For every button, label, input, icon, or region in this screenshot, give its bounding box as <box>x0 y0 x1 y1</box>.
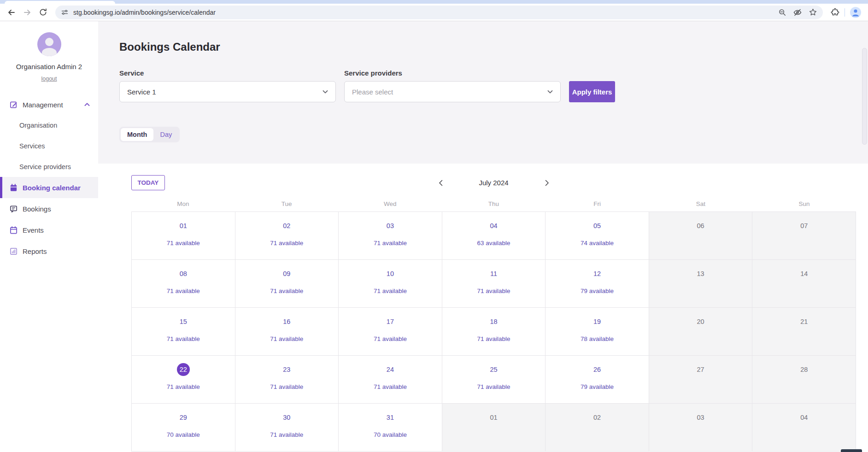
url-text[interactable]: stg.bookingsg.io/admin/bookings/service/… <box>73 9 778 16</box>
day-cell[interactable]: 0463 available <box>442 212 545 259</box>
eye-hidden-icon[interactable] <box>793 8 802 17</box>
bookmark-star-icon[interactable] <box>809 8 817 17</box>
availability-link[interactable]: 71 available <box>132 240 235 247</box>
day-cell[interactable]: 2371 available <box>235 356 339 403</box>
availability-link[interactable]: 71 available <box>132 383 235 390</box>
site-settings-icon[interactable] <box>61 8 69 16</box>
day-cell[interactable]: 04 <box>752 404 856 451</box>
availability-link[interactable]: 71 available <box>442 383 545 390</box>
sidebar-item-management[interactable]: Management <box>0 94 98 115</box>
day-cell[interactable]: 1978 available <box>545 308 649 355</box>
service-providers-select[interactable]: Please select <box>344 81 561 102</box>
today-button[interactable]: TODAY <box>131 175 165 190</box>
day-cell[interactable]: 1571 available <box>132 308 235 355</box>
user-avatar <box>37 32 61 56</box>
day-cell[interactable]: 14 <box>752 260 856 307</box>
day-number: 06 <box>694 219 707 232</box>
address-bar[interactable]: stg.bookingsg.io/admin/bookings/service/… <box>55 6 823 19</box>
availability-link[interactable]: 79 available <box>545 383 649 390</box>
profile-avatar-icon[interactable] <box>850 6 862 18</box>
day-cell[interactable]: 1071 available <box>339 260 442 307</box>
availability-link[interactable]: 78 available <box>545 335 649 342</box>
day-cell[interactable]: 27 <box>649 356 752 403</box>
bar-chart-icon <box>9 247 18 256</box>
forward-button[interactable] <box>20 6 34 19</box>
day-cell[interactable]: 07 <box>752 212 856 259</box>
day-cell[interactable]: 1771 available <box>339 308 442 355</box>
sidebar-item-service-providers[interactable]: Service providers <box>0 156 98 177</box>
weekday-label: Mon <box>131 200 235 211</box>
day-cell[interactable]: 3170 available <box>339 404 442 451</box>
day-cell[interactable]: 1871 available <box>442 308 545 355</box>
availability-link[interactable]: 71 available <box>442 335 545 342</box>
chevron-up-icon[interactable] <box>83 101 91 108</box>
availability-link[interactable]: 70 available <box>132 431 235 438</box>
availability-link[interactable]: 71 available <box>339 288 442 294</box>
day-cell[interactable]: 0371 available <box>339 212 442 259</box>
day-cell[interactable]: 0271 available <box>235 212 339 259</box>
day-cell[interactable]: 2571 available <box>442 356 545 403</box>
day-cell[interactable]: 03 <box>649 404 752 451</box>
availability-link[interactable]: 79 available <box>545 288 649 294</box>
zoom-out-icon[interactable] <box>778 8 786 17</box>
apply-filters-button[interactable]: Apply filters <box>569 81 615 102</box>
extensions-icon[interactable] <box>830 7 840 17</box>
active-tab[interactable] <box>5 1 115 4</box>
reload-button[interactable] <box>36 6 50 19</box>
day-cell[interactable]: 2970 available <box>132 404 235 451</box>
day-cell[interactable]: 1671 available <box>235 308 339 355</box>
day-cell[interactable]: 06 <box>649 212 752 259</box>
sidebar-item-services[interactable]: Services <box>0 135 98 156</box>
availability-link[interactable]: 71 available <box>132 335 235 342</box>
sidebar-item-label: Services <box>19 142 45 150</box>
availability-link[interactable]: 74 available <box>545 240 649 247</box>
availability-link[interactable]: 71 available <box>339 335 442 342</box>
toggle-month[interactable]: Month <box>121 128 153 141</box>
day-cell[interactable]: 20 <box>649 308 752 355</box>
logout-link[interactable]: logout <box>41 76 57 82</box>
next-month-icon[interactable] <box>542 178 552 188</box>
scrollbar-thumb[interactable] <box>862 48 867 145</box>
day-cell[interactable]: 3071 available <box>235 404 339 451</box>
availability-link[interactable]: 71 available <box>442 288 545 294</box>
sidebar-item-organisation[interactable]: Organisation <box>0 115 98 135</box>
availability-link[interactable]: 71 available <box>132 288 235 294</box>
availability-link[interactable]: 71 available <box>235 383 339 390</box>
day-cell[interactable]: 0171 available <box>132 212 235 259</box>
toggle-day[interactable]: Day <box>153 128 178 141</box>
day-cell[interactable]: 28 <box>752 356 856 403</box>
weekday-label: Wed <box>338 200 442 211</box>
day-cell[interactable]: 0574 available <box>545 212 649 259</box>
availability-link[interactable]: 71 available <box>235 288 339 294</box>
sidebar-item-bookings[interactable]: Bookings <box>0 198 98 219</box>
day-cell[interactable]: 2271 available <box>132 356 235 403</box>
availability-link[interactable]: 63 available <box>442 240 545 247</box>
day-cell[interactable]: 02 <box>545 404 649 451</box>
weekday-label: Sat <box>649 200 753 211</box>
day-cell[interactable]: 1279 available <box>545 260 649 307</box>
sidebar-item-reports[interactable]: Reports <box>0 241 98 262</box>
chevron-down-icon <box>322 88 329 95</box>
availability-link[interactable]: 71 available <box>235 335 339 342</box>
day-cell[interactable]: 21 <box>752 308 856 355</box>
availability-link[interactable]: 71 available <box>339 240 442 247</box>
service-providers-placeholder: Please select <box>352 88 546 96</box>
availability-link[interactable]: 70 available <box>339 431 442 438</box>
day-cell[interactable]: 0871 available <box>132 260 235 307</box>
sidebar-item-booking-calendar[interactable]: Booking calendar <box>0 177 98 198</box>
availability-link[interactable]: 71 available <box>235 240 339 247</box>
service-select[interactable]: Service 1 <box>119 81 336 102</box>
day-number: 31 <box>384 411 397 424</box>
sidebar-item-events[interactable]: Events <box>0 219 98 241</box>
day-number: 23 <box>280 363 293 376</box>
availability-link[interactable]: 71 available <box>235 431 339 438</box>
day-cell[interactable]: 13 <box>649 260 752 307</box>
availability-link[interactable]: 71 available <box>339 383 442 390</box>
back-button[interactable] <box>5 6 18 19</box>
day-cell[interactable]: 0971 available <box>235 260 339 307</box>
day-cell[interactable]: 01 <box>442 404 545 451</box>
day-cell[interactable]: 2679 available <box>545 356 649 403</box>
day-cell[interactable]: 1171 available <box>442 260 545 307</box>
previous-month-icon[interactable] <box>436 178 446 188</box>
day-cell[interactable]: 2471 available <box>339 356 442 403</box>
